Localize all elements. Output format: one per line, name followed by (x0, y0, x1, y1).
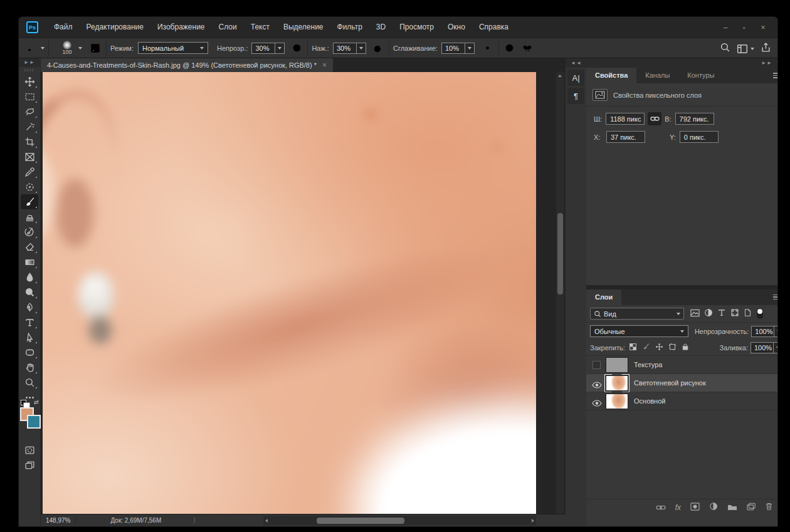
tab-layers[interactable]: Слои (586, 289, 621, 305)
character-panel-button[interactable]: A| (567, 70, 584, 86)
smoothing-gear-icon[interactable] (481, 41, 495, 55)
filter-toggle-switch[interactable] (757, 308, 763, 319)
lock-position-icon[interactable] (655, 342, 663, 353)
quick-mask-button[interactable] (21, 442, 38, 457)
scroll-right-icon[interactable] (532, 519, 534, 523)
lock-pixels-icon[interactable] (642, 342, 650, 353)
share-icon[interactable] (761, 42, 771, 55)
tool-blur[interactable] (21, 269, 38, 284)
layer-thumbnail[interactable] (606, 394, 628, 409)
brush-picker-chevron-icon[interactable] (78, 47, 82, 50)
maximize-button[interactable]: ▫ (735, 21, 754, 34)
tool-shape[interactable] (21, 345, 38, 360)
menu-edit[interactable]: Редактирование (80, 17, 150, 38)
tool-path-selection[interactable] (21, 330, 38, 345)
tool-dodge[interactable] (21, 284, 38, 300)
default-colors-icon[interactable] (21, 400, 26, 405)
smoothing-chevron[interactable] (465, 43, 475, 54)
pixel-filter-icon[interactable] (690, 308, 700, 320)
layer-name[interactable]: Текстура (634, 361, 662, 368)
tool-history-brush[interactable] (21, 224, 38, 239)
collapse-panels-right-icon[interactable]: ►► (761, 60, 772, 66)
tool-zoom[interactable] (21, 375, 38, 390)
tool-lasso[interactable] (21, 104, 38, 119)
tool-clone-stamp[interactable] (21, 209, 38, 224)
vertical-scroll-thumb[interactable] (557, 213, 563, 295)
layer-row-texture[interactable]: Текстура (586, 356, 777, 374)
tool-gradient[interactable] (21, 254, 38, 269)
lock-artboard-icon[interactable] (668, 342, 677, 353)
search-icon[interactable] (720, 42, 730, 55)
menu-help[interactable]: Справка (472, 17, 515, 38)
visibility-toggle[interactable] (586, 380, 606, 386)
swap-colors-icon[interactable]: ⇄ (34, 399, 39, 405)
horizontal-scrollbar[interactable] (263, 516, 536, 525)
tool-rectangular-marquee[interactable] (21, 89, 38, 104)
tab-channels[interactable]: Каналы (636, 68, 678, 83)
layer-thumbnail[interactable] (606, 376, 628, 390)
tool-magic-wand[interactable] (21, 119, 38, 134)
tool-move[interactable] (21, 74, 38, 89)
zoom-level-field[interactable]: 148,97% (41, 517, 75, 524)
height-field[interactable]: 792 пикс. (675, 113, 714, 125)
workspace-switcher-icon[interactable] (737, 44, 754, 54)
tool-eraser[interactable] (21, 239, 38, 254)
layer-thumbnail[interactable] (606, 358, 628, 372)
tool-brush[interactable] (21, 194, 38, 209)
link-dimensions-icon[interactable] (648, 112, 661, 125)
brush-preset-picker[interactable]: 100 (59, 41, 75, 55)
lock-transparency-icon[interactable] (629, 342, 637, 353)
shape-filter-icon[interactable] (730, 308, 739, 320)
paint-symmetry-icon[interactable] (520, 41, 534, 55)
menu-layers[interactable]: Слои (212, 17, 244, 38)
width-field[interactable]: 1188 пикс (606, 113, 645, 125)
tool-healing-brush[interactable] (21, 179, 38, 194)
smoothing-input[interactable]: 10% (441, 43, 465, 54)
tool-frame[interactable] (21, 149, 38, 164)
menu-file[interactable]: Файл (47, 17, 80, 38)
tool-crop[interactable] (21, 134, 38, 149)
layers-opacity-chevron[interactable] (774, 326, 777, 337)
close-button[interactable]: × (754, 21, 772, 34)
menu-3d[interactable]: 3D (369, 17, 392, 38)
opacity-chevron[interactable] (275, 43, 285, 54)
y-field[interactable]: 0 пикс. (680, 131, 719, 143)
screen-mode-button[interactable] (21, 457, 38, 472)
delete-layer-icon[interactable] (765, 502, 773, 513)
horizontal-scroll-thumb[interactable] (317, 518, 404, 524)
tool-eyedropper[interactable] (21, 164, 38, 179)
scroll-left-icon[interactable] (265, 519, 268, 523)
layer-filter-select[interactable]: Вид (590, 308, 684, 320)
layers-panel-menu-icon[interactable] (773, 295, 777, 300)
adjustment-filter-icon[interactable] (704, 308, 713, 320)
x-field[interactable]: 37 пикс. (606, 131, 645, 143)
layers-opacity-input[interactable]: 100% (751, 326, 774, 337)
menu-image[interactable]: Изображение (150, 17, 212, 38)
background-color-swatch[interactable] (27, 415, 41, 429)
layer-name[interactable]: Основной (634, 397, 665, 405)
visibility-toggle[interactable] (586, 398, 606, 404)
layer-effects-icon[interactable]: fx (675, 503, 681, 512)
paragraph-panel-button[interactable]: ¶ (567, 88, 584, 104)
tab-close-icon[interactable]: × (322, 61, 327, 70)
layer-row-light-shade[interactable]: Светотеневой рисунок (586, 374, 777, 392)
blend-mode-select[interactable]: Нормальный (138, 42, 208, 54)
canvas[interactable] (43, 72, 536, 514)
menu-select[interactable]: Выделение (276, 17, 330, 38)
new-layer-icon[interactable] (747, 502, 756, 513)
new-group-icon[interactable] (727, 502, 737, 513)
status-options-chevron-icon[interactable]: 〉 (192, 516, 199, 525)
menu-filter[interactable]: Фильтр (330, 17, 369, 38)
tool-hand[interactable] (21, 360, 38, 375)
menu-type[interactable]: Текст (244, 17, 276, 38)
layers-blend-mode-select[interactable]: Обычные (590, 325, 688, 337)
fill-input[interactable]: 100% (750, 342, 774, 353)
opacity-pressure-icon[interactable] (290, 41, 303, 55)
layer-mask-icon[interactable] (690, 502, 700, 513)
brush-preset-chevron-icon[interactable] (41, 47, 45, 50)
lock-all-icon[interactable] (682, 342, 689, 353)
layer-name[interactable]: Светотеневой рисунок (634, 379, 706, 387)
size-pressure-icon[interactable] (503, 41, 517, 55)
panel-menu-icon[interactable] (773, 73, 777, 78)
toolbar-collapse-icon[interactable]: ►► (19, 58, 40, 67)
